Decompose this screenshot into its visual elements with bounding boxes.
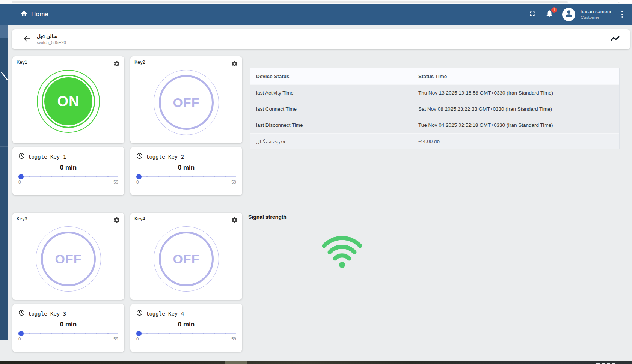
- gear-icon[interactable]: [113, 217, 120, 224]
- timeseries-button[interactable]: [610, 34, 620, 45]
- slider-track[interactable]: [136, 176, 236, 177]
- minutes-slider[interactable]: [18, 331, 118, 336]
- key-widget-title: Key1: [17, 60, 27, 65]
- toggle-key1-widget: toggle Key 1 0 min 0 59: [12, 147, 124, 195]
- toggle-value: 0 min: [136, 164, 236, 171]
- notification-badge: 1: [551, 7, 557, 13]
- table-header-status-time: Status Time: [418, 74, 619, 79]
- home-icon: [20, 10, 28, 19]
- key1-widget: Key1 ON: [12, 56, 124, 143]
- scrollbar-thumb[interactable]: [225, 361, 247, 364]
- key4-toggle-button[interactable]: OFF: [159, 232, 214, 286]
- line-chart-icon: [610, 35, 620, 44]
- slider-min: 0: [18, 180, 21, 184]
- slider-max: 59: [231, 337, 236, 341]
- toggle-key4-widget: toggle Key 4 0 min 0 59: [130, 304, 242, 352]
- avatar[interactable]: [562, 8, 575, 21]
- key-widget-title: Key2: [134, 60, 145, 65]
- user-icon: [564, 9, 574, 20]
- slider-thumb[interactable]: [18, 174, 24, 179]
- key3-widget: Key3 OFF: [12, 213, 124, 300]
- signal-strength-title: Signal strength: [248, 214, 287, 220]
- sidebar-item-active[interactable]: [0, 25, 8, 38]
- arrow-left-icon: [23, 35, 31, 44]
- row-label: قدرت سیگنال: [250, 138, 418, 144]
- browser-pill: [618, 0, 632, 3]
- fullscreen-icon: [528, 10, 536, 19]
- row-value: -44.00 db: [418, 138, 619, 144]
- minutes-slider[interactable]: [136, 331, 236, 336]
- table-row: last Activity Time Thu Nov 13 2025 19:16…: [250, 84, 619, 101]
- slider-track[interactable]: [18, 333, 118, 334]
- slider-min: 0: [136, 337, 139, 341]
- user-name: hasan sameni: [581, 9, 611, 15]
- key2-widget: Key2 OFF: [130, 56, 242, 143]
- more-menu-button[interactable]: [619, 11, 625, 18]
- key-widget-title: Key3: [17, 216, 27, 221]
- home-button[interactable]: Home: [20, 10, 48, 19]
- toggle-title: toggle Key 1: [28, 154, 66, 160]
- row-label: last Activity Time: [250, 90, 418, 96]
- browser-bar: [12, 1, 568, 3]
- user-role: Customer: [581, 15, 611, 20]
- table-row: قدرت سیگنال -44.00 db: [250, 133, 619, 149]
- key4-widget: Key4 OFF: [130, 213, 242, 300]
- device-subtitle: switch_535E20: [37, 40, 66, 45]
- clock-icon: [136, 153, 143, 161]
- back-button[interactable]: [21, 34, 32, 45]
- app-bar: Home 1 hasan sameni Customer: [0, 4, 632, 25]
- clock-icon: [18, 310, 25, 317]
- toggle-title: toggle Key 4: [146, 311, 184, 317]
- notifications-button[interactable]: 1: [545, 10, 554, 19]
- sidebar-collapsed[interactable]: [0, 25, 8, 340]
- key3-toggle-button[interactable]: OFF: [41, 232, 96, 286]
- clock-icon: [18, 153, 25, 161]
- slider-thumb[interactable]: [136, 331, 142, 336]
- toggle-value: 0 min: [18, 164, 118, 171]
- toggle-title: toggle Key 2: [146, 154, 184, 160]
- gear-icon[interactable]: [113, 60, 120, 67]
- toggle-value: 0 min: [136, 321, 236, 328]
- bottom-bar: [0, 361, 632, 364]
- slider-max: 59: [231, 180, 236, 184]
- gear-icon[interactable]: [231, 217, 238, 224]
- row-value: Sat Nov 08 2025 23:22:33 GMT+0330 (Iran …: [418, 106, 619, 112]
- row-label: last Disconnect Time: [250, 122, 418, 128]
- slider-max: 59: [113, 180, 118, 184]
- gear-icon[interactable]: [231, 60, 238, 67]
- slider-min: 0: [18, 337, 21, 341]
- toggle-key3-widget: toggle Key 3 0 min 0 59: [12, 304, 124, 352]
- device-status-table: Device Status Status Time last Activity …: [250, 68, 620, 149]
- home-label: Home: [31, 11, 48, 18]
- fullscreen-button[interactable]: [528, 10, 537, 19]
- slider-thumb[interactable]: [136, 174, 142, 179]
- row-label: last Connect Time: [250, 106, 418, 112]
- minutes-slider[interactable]: [136, 174, 236, 179]
- key2-toggle-button[interactable]: OFF: [159, 75, 214, 130]
- table-row: last Disconnect Time Tue Nov 04 2025 02:…: [250, 117, 619, 133]
- key1-toggle-button[interactable]: ON: [42, 75, 95, 128]
- row-value: Tue Nov 04 2025 02:52:18 GMT+0330 (Iran …: [418, 122, 619, 128]
- row-value: Thu Nov 13 2025 19:16:58 GMT+0330 (Iran …: [418, 90, 619, 96]
- chevron-right-icon[interactable]: [1, 71, 8, 83]
- table-row: last Connect Time Sat Nov 08 2025 23:22:…: [250, 101, 619, 117]
- toggle-key2-widget: toggle Key 2 0 min 0 59: [130, 147, 242, 195]
- slider-track[interactable]: [18, 176, 118, 177]
- browser-edge: [0, 0, 632, 4]
- user-menu[interactable]: hasan sameni Customer: [581, 9, 611, 20]
- slider-max: 59: [113, 337, 118, 341]
- device-title: سالن 4پل: [37, 33, 66, 39]
- table-header-device-status: Device Status: [250, 74, 418, 79]
- clock-icon: [136, 310, 143, 317]
- device-header-card: سالن 4پل switch_535E20: [12, 29, 630, 49]
- toggle-value: 0 min: [18, 321, 118, 328]
- minutes-slider[interactable]: [18, 174, 118, 179]
- slider-track[interactable]: [136, 333, 236, 334]
- slider-thumb[interactable]: [18, 331, 24, 336]
- key-widget-title: Key4: [134, 216, 145, 221]
- wifi-icon: [317, 230, 367, 270]
- slider-min: 0: [136, 180, 139, 184]
- toggle-title: toggle Key 3: [28, 311, 66, 317]
